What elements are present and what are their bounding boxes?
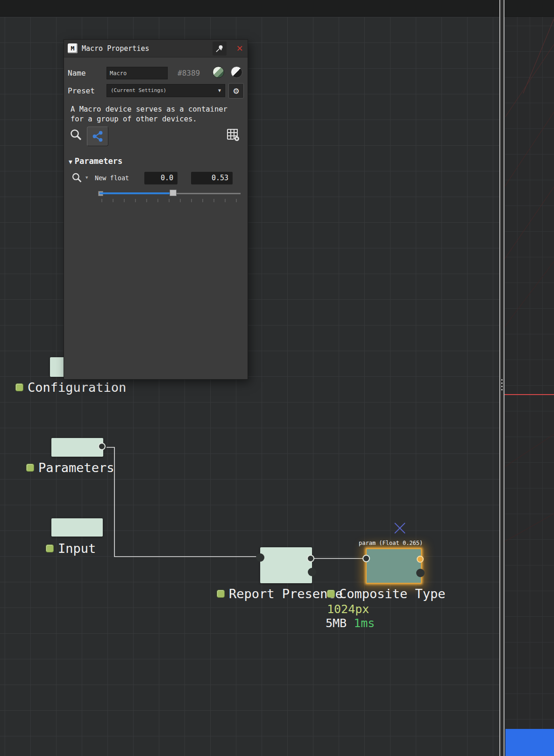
splitter-handle-dot (501, 389, 503, 390)
node-type-dot (46, 544, 54, 552)
node-report-presence[interactable] (260, 547, 312, 583)
node-input-label: Input (46, 541, 96, 556)
description-line-1: A Macro device serves as a container (71, 105, 227, 113)
output-socket-2[interactable] (416, 569, 425, 577)
output-socket[interactable] (307, 555, 314, 562)
node-report-presence-label: Report Presence (217, 586, 343, 601)
name-input[interactable] (107, 67, 168, 79)
delete-cross-icon[interactable] (393, 521, 407, 535)
param-value-field[interactable]: 0.53 (191, 172, 233, 184)
macro-properties-panel: M Macro Properties ✕ Name #8389 Preset (… (64, 40, 248, 379)
input-socket[interactable] (362, 555, 370, 562)
preset-dropdown[interactable]: (Current Settings) ▼ (107, 84, 225, 97)
node-type-dot (327, 590, 335, 598)
share-nodes-icon (92, 130, 104, 142)
node-label-text: Input (58, 541, 96, 556)
name-label: Name (68, 69, 86, 78)
node-label-text: Composite Type (339, 586, 446, 601)
node-composite-type-label: Composite Type (327, 586, 446, 601)
preset-label: Preset (68, 86, 95, 95)
output-socket-active[interactable] (417, 556, 424, 563)
preset-value: (Current Settings) (111, 87, 166, 93)
output-socket-2[interactable] (308, 568, 316, 576)
param-name: New float (95, 174, 129, 182)
search-icon[interactable] (70, 128, 82, 141)
resolution-value: 1024px (327, 602, 369, 616)
node-input[interactable] (51, 518, 103, 537)
parameters-section-header[interactable]: ▼Parameters (69, 156, 122, 166)
node-composite-type[interactable] (366, 548, 422, 584)
top-toolbar-strip (0, 0, 554, 17)
node-perf-stat: 5MB 1ms (326, 616, 375, 630)
parameters-header-text: Parameters (75, 156, 122, 166)
share-nodes-button[interactable] (87, 127, 108, 146)
panel-titlebar[interactable]: M Macro Properties ✕ (64, 40, 248, 57)
splitter-handle-dot (501, 379, 503, 381)
node-type-dot (15, 383, 23, 391)
param-tooltip: param (Float 0.265) (359, 540, 423, 546)
node-parameters-label: Parameters (26, 460, 114, 475)
node-parameters[interactable] (51, 438, 103, 457)
chevron-down-icon: ▼ (218, 85, 221, 97)
pin-button[interactable] (213, 42, 227, 56)
slider-thumb[interactable] (170, 190, 177, 196)
input-socket[interactable] (256, 553, 264, 562)
splitter-handle-dot (501, 386, 503, 387)
grid-settings-icon[interactable] (226, 127, 240, 141)
time-value: 1ms (354, 616, 375, 630)
node-label-text: Report Presence (229, 586, 343, 601)
node-resolution-stat: 1024px (327, 602, 369, 616)
splitter-handle-dot (501, 382, 503, 384)
preview-viewport[interactable] (504, 0, 554, 756)
param-min-value-field[interactable]: 0.0 (144, 172, 178, 184)
macro-device-icon: M (68, 43, 78, 53)
pin-icon (215, 44, 224, 53)
perspective-grid (504, 0, 554, 756)
param-dropdown-icon[interactable]: ▼ (85, 175, 88, 180)
slider-tick-marks (101, 199, 239, 202)
node-type-dot (26, 464, 34, 472)
close-button[interactable]: ✕ (233, 41, 246, 55)
node-label-text: Configuration (28, 380, 126, 395)
preset-settings-button[interactable]: ⚙ (228, 83, 244, 99)
panel-title: Macro Properties (82, 40, 149, 57)
device-id: #8389 (178, 69, 200, 78)
node-label-text: Parameters (38, 460, 114, 475)
param-search-icon[interactable] (71, 172, 82, 183)
slider-fill (99, 192, 171, 194)
node-type-dot (217, 590, 225, 598)
globe-icon[interactable] (213, 66, 224, 78)
description-line-2: for a group of other devices. (71, 115, 197, 123)
node-configuration-label: Configuration (15, 380, 126, 395)
viewport-splitter[interactable] (499, 0, 504, 756)
viewport-selection-block (505, 729, 554, 756)
collapse-triangle-icon[interactable]: ▼ (69, 158, 72, 165)
contrast-icon[interactable] (231, 66, 242, 78)
output-socket[interactable] (98, 443, 106, 450)
memory-value: 5MB (326, 616, 347, 630)
